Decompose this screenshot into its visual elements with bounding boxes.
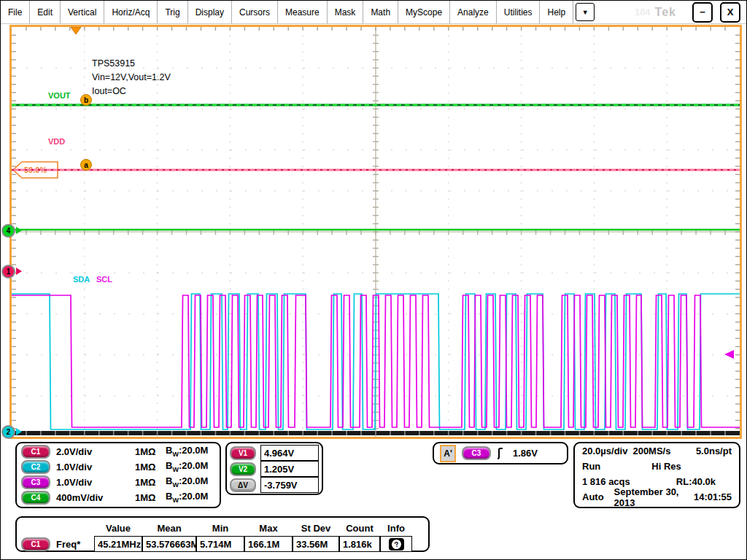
channel4-arrow-icon xyxy=(16,227,22,234)
date-label: September 30, 2013 xyxy=(614,486,694,508)
channel1-marker[interactable]: 1 xyxy=(1,265,15,279)
delta-v-cursor-button[interactable]: ΔV xyxy=(230,478,256,492)
c3-channel-button[interactable]: C3 xyxy=(21,475,50,489)
c2-scale: 1.0V/div xyxy=(56,462,135,472)
channel2-arrow-icon xyxy=(16,428,22,435)
rising-edge-icon xyxy=(497,447,507,460)
waveform-display[interactable]: 50.0% TPS53915 Vin=12V,Vout=1.2V Iout=OC… xyxy=(9,25,742,439)
measurement-value: 45.21MHz xyxy=(94,536,142,552)
sample-resolution: 5.0ns/pt xyxy=(696,446,732,456)
c3-bandwidth: BW:20.0M xyxy=(166,475,208,489)
header-min: Min xyxy=(196,523,244,534)
annotation-line-3: Iout=OC xyxy=(92,85,171,98)
cursor-delta-row: ΔV -3.759V xyxy=(230,477,319,493)
c2-channel-button[interactable]: C2 xyxy=(21,460,50,474)
header-count: Count xyxy=(339,523,380,534)
trigger-aux-badge[interactable]: A' xyxy=(440,445,456,462)
c3-impedance: 1MΩ xyxy=(135,477,166,488)
c1-measurement-button[interactable]: C1 xyxy=(21,537,50,551)
menu-measure[interactable]: Measure xyxy=(278,1,328,23)
measurement-name: Freq* xyxy=(56,539,80,550)
annotation-line-1: TPS53915 xyxy=(92,57,171,71)
cursor-v1-row: V1 4.964V xyxy=(230,445,319,461)
menu-help[interactable]: Help xyxy=(540,1,573,23)
menu-math[interactable]: Math xyxy=(363,1,398,23)
menu-cursors[interactable]: Cursors xyxy=(232,1,278,23)
measurement-row-c1-freq: C1 Freq* 45.21MHz 53.576663M 5.714M 166.… xyxy=(21,536,424,552)
channel-settings-panel: C1 2.0V/div 1MΩ BW:20.0M C2 1.0V/div 1MΩ… xyxy=(15,442,221,508)
menu-file[interactable]: File xyxy=(1,1,30,23)
acq-state: Run xyxy=(582,461,600,472)
c4-channel-button[interactable]: C4 xyxy=(21,491,50,505)
channel-row-c3: C3 1.0V/div 1MΩ BW:20.0M xyxy=(21,475,215,489)
sample-rate: 200MS/s xyxy=(632,446,670,456)
trigger-mode: Auto xyxy=(582,491,604,502)
trigger-level-arrow-icon[interactable] xyxy=(724,350,734,359)
tek-logo: Tek xyxy=(655,6,676,19)
vout-label: VOUT xyxy=(48,91,71,100)
cursor-v2-row: V2 1.205V xyxy=(230,461,319,477)
measurement-source: C1 Freq* xyxy=(21,537,94,551)
c2-bandwidth: BW:20.0M xyxy=(166,460,208,473)
c1-impedance: 1MΩ xyxy=(135,446,166,457)
timebase-row-2: Run Hi Res xyxy=(582,459,732,474)
c4-scale: 400mV/div xyxy=(56,492,135,503)
timebase-scale: 20.0µs/div xyxy=(582,446,627,456)
vdd-label: VDD xyxy=(48,137,65,146)
timebase-row-4: Auto September 30, 2013 14:01:55 xyxy=(582,489,732,505)
measurement-stdev: 33.56M xyxy=(293,536,339,552)
timebase-row-1: 20.0µs/div 200MS/s 5.0ns/pt xyxy=(582,443,732,459)
sda-label: SDA xyxy=(73,275,90,284)
measurement-max: 166.1M xyxy=(244,536,293,552)
c3-scale: 1.0V/div xyxy=(56,477,135,488)
oscilloscope-screen: File Edit Vertical Horiz/Acq Trig Displa… xyxy=(0,0,747,560)
info-icon[interactable]: ? xyxy=(389,538,404,551)
channel1-arrow-icon xyxy=(16,268,22,275)
menu-bar: File Edit Vertical Horiz/Acq Trig Displa… xyxy=(1,1,747,24)
menu-mask[interactable]: Mask xyxy=(328,1,364,23)
menu-horiz-acq[interactable]: Horiz/Acq xyxy=(104,1,158,23)
measurement-mean: 53.576663M xyxy=(142,536,196,552)
channel-row-c2: C2 1.0V/div 1MΩ BW:20.0M xyxy=(21,459,215,474)
c4-impedance: 1MΩ xyxy=(135,492,166,503)
delta-v-value: -3.759V xyxy=(260,477,319,493)
menu-myscope[interactable]: MyScope xyxy=(398,1,450,23)
channel2-marker[interactable]: 2 xyxy=(1,425,15,439)
header-max: Max xyxy=(244,523,293,534)
menu-display[interactable]: Display xyxy=(188,1,232,23)
measurement-min: 5.714M xyxy=(196,536,244,552)
menu-vertical[interactable]: Vertical xyxy=(61,1,104,23)
acq-mode: Hi Res xyxy=(651,461,681,472)
mark-a[interactable]: a xyxy=(80,159,92,171)
measurement-header-row: Value Mean Min Max St Dev Count Info xyxy=(21,520,424,536)
menu-analyze[interactable]: Analyze xyxy=(450,1,497,23)
c1-channel-button[interactable]: C1 xyxy=(21,445,50,459)
c4-bandwidth: BW:20.0M xyxy=(166,491,208,504)
c1-bandwidth: BW:20.0M xyxy=(166,445,208,458)
header-value: Value xyxy=(94,523,142,534)
close-button[interactable]: X xyxy=(720,2,740,23)
channel4-marker[interactable]: 4 xyxy=(1,224,15,238)
measurement-table: Value Mean Min Max St Dev Count Info C1 … xyxy=(15,516,430,552)
scl-label: SCL xyxy=(96,275,112,284)
header-stdev: St Dev xyxy=(293,523,339,534)
time-label: 14:01:55 xyxy=(694,491,732,502)
menu-dropdown-button[interactable]: ▼ xyxy=(576,3,595,21)
measurement-info-cell: ? xyxy=(380,536,412,552)
minimize-button[interactable]: − xyxy=(692,2,713,23)
menu-trig[interactable]: Trig xyxy=(158,1,187,23)
annotation-text: TPS53915 Vin=12V,Vout=1.2V Iout=OC xyxy=(92,57,171,98)
trigger-source-button[interactable]: C3 xyxy=(462,446,491,460)
header-mean: Mean xyxy=(142,523,196,534)
menu-edit[interactable]: Edit xyxy=(30,1,61,23)
channel-row-c4: C4 400mV/div 1MΩ BW:20.0M xyxy=(21,490,215,505)
trigger-level-value: 1.86V xyxy=(513,448,538,459)
v1-cursor-button[interactable]: V1 xyxy=(230,446,256,460)
mark-b[interactable]: b xyxy=(80,94,92,106)
v2-cursor-button[interactable]: V2 xyxy=(230,462,256,476)
menu-utilities[interactable]: Utilities xyxy=(497,1,541,23)
menubar-spacer xyxy=(595,1,635,23)
trigger-panel: A' C3 1.86V xyxy=(433,442,568,464)
annotation-line-2: Vin=12V,Vout=1.2V xyxy=(92,71,171,85)
channel-row-c1: C1 2.0V/div 1MΩ BW:20.0M xyxy=(21,444,215,459)
